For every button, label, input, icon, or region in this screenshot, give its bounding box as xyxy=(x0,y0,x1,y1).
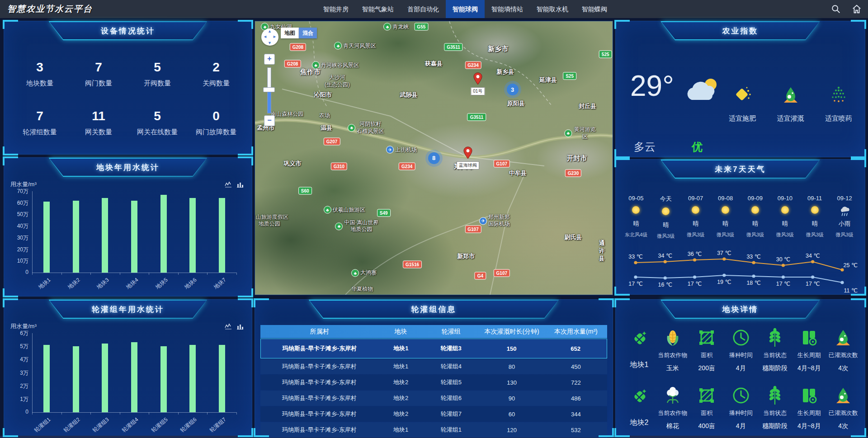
table-row[interactable]: 玛纳斯县-旱卡子滩乡-东岸村地块1轮灌组1120532 xyxy=(260,422,607,438)
temp-point xyxy=(782,275,785,278)
temp-point xyxy=(782,264,785,267)
table-row[interactable]: 玛纳斯县-旱卡子滩乡-东岸村地块2轮灌组5130722 xyxy=(260,375,607,390)
forecast-wind: 微风3级 xyxy=(830,231,859,238)
city-label: 新乡市 xyxy=(488,44,508,53)
map-label-text: 青龙峡 xyxy=(392,23,409,30)
cluster-marker[interactable]: 3 xyxy=(507,84,519,95)
nav-item-6[interactable]: 智能取水机 xyxy=(530,0,575,18)
road-red-label: G234 xyxy=(399,162,415,170)
sun-icon xyxy=(651,207,681,219)
stat-value: 5 xyxy=(128,109,187,123)
stat-label: 轮灌组数量 xyxy=(10,128,69,137)
table-row[interactable]: 玛纳斯县-旱卡子滩乡-东岸村地块1轮灌组3150652 xyxy=(260,339,607,358)
pin-marker[interactable]: 01号 xyxy=(473,72,482,87)
road-green-label: G3511 xyxy=(467,113,486,121)
zoom-out-button[interactable]: − xyxy=(264,115,275,126)
detail-value: 穗期阶段 xyxy=(758,364,793,372)
column-header: 本次灌溉时长(分钟) xyxy=(479,328,545,336)
bar-chart-toggle-icon[interactable] xyxy=(236,323,244,331)
scenic-spot-icon: ♣ xyxy=(564,130,572,137)
fertilizer-icon xyxy=(732,99,753,107)
map-type-hybrid-button[interactable]: 混合 xyxy=(299,28,317,38)
scenic-label: ♣伏羲山旅游区 xyxy=(324,206,365,214)
panel-title: 未来7天天气 xyxy=(660,160,820,179)
bar-地块3 xyxy=(102,198,108,273)
pan-right-icon[interactable]: ► xyxy=(273,34,277,39)
nav-item-5[interactable]: 智能墒情站 xyxy=(485,0,530,18)
scenic-spot-icon: ♣ xyxy=(383,23,391,31)
forecast-date: 09-09 xyxy=(741,195,770,202)
forecast-wind: 东北风4级 xyxy=(621,231,651,238)
table-row[interactable]: 玛纳斯县-旱卡子滩乡-东岸村地块2轮灌组690486 xyxy=(260,391,607,406)
pan-left-icon[interactable]: ◄ xyxy=(263,34,267,39)
bar-地块2 xyxy=(73,201,79,273)
agri-index-panel: 农业指数 29° 多云 优 适宜施肥适宜灌溉适宜喷药 xyxy=(615,21,865,157)
temp-label: 33 ℃ xyxy=(628,254,642,260)
table-cell: 地块2 xyxy=(378,378,424,386)
scenic-spot-icon: ♣ xyxy=(324,206,331,214)
stat-item: 7阀门数量 xyxy=(69,60,128,88)
x-axis-label: 轮灌组7 xyxy=(195,416,227,438)
y-axis-tick: 0 xyxy=(9,269,28,275)
detail-item-cycle: 生长周期4月~8月 xyxy=(792,385,826,438)
map-type-normal-button[interactable]: 地图 xyxy=(281,28,299,38)
home-icon[interactable] xyxy=(852,4,862,14)
pin-marker[interactable]: 蓝海球阀 xyxy=(463,146,472,161)
detail-label: 当前状态 xyxy=(758,351,793,359)
y-axis-tick: 10万 xyxy=(9,257,28,265)
scenic-spot-icon: ♣ xyxy=(351,269,359,277)
table-cell: 120 xyxy=(479,427,545,433)
spray-icon xyxy=(828,99,849,107)
town-label: 新郑市 xyxy=(457,253,475,260)
bar-chart-toggle-icon[interactable] xyxy=(236,181,244,189)
temp-point xyxy=(664,260,667,263)
road-red-label: G4 xyxy=(475,272,486,279)
stat-value: 5 xyxy=(128,60,187,75)
forecast-condition: 晴 xyxy=(681,220,711,228)
scenic-label: ♣中国·嵩山世界 地质公园 xyxy=(335,219,378,233)
map-label-text: 上街机场 xyxy=(395,146,417,154)
table-cell: 90 xyxy=(479,395,545,402)
temp-label: 16 ℃ xyxy=(658,282,672,288)
search-icon[interactable] xyxy=(831,4,841,14)
nav-item-1[interactable]: 智能井房 xyxy=(316,0,355,18)
line-chart-toggle-icon[interactable] xyxy=(225,323,232,331)
nav-item-2[interactable]: 智能气象站 xyxy=(355,0,401,18)
temp-point xyxy=(752,261,755,264)
nav-item-4[interactable]: 智能球阀 xyxy=(446,0,485,18)
line-chart-toggle-icon[interactable] xyxy=(225,181,232,189)
wheat-icon xyxy=(758,386,793,405)
detail-item-irrigated: 已灌溉次数4次 xyxy=(826,327,861,381)
pan-down-icon[interactable]: ▼ xyxy=(268,41,272,45)
table-cell: 玛纳斯县-旱卡子滩乡-东岸村 xyxy=(261,344,378,353)
x-axis-tick xyxy=(32,273,33,275)
forecast-condition: 小雨 xyxy=(830,220,859,228)
sun-icon xyxy=(681,206,711,218)
detail-value: 玉米 xyxy=(656,364,690,372)
agri-index-item: 适宜施肥 xyxy=(721,85,764,123)
sun-icon xyxy=(621,206,651,218)
plot-water-chart-panel: 地块年用水统计 用水量/m³010万20万30万40万50万60万70万地块1地… xyxy=(4,157,252,297)
map-label-text: 黄河游览区 xyxy=(573,126,596,140)
table-row[interactable]: 玛纳斯县-旱卡子滩乡-东岸村地块2轮灌组760344 xyxy=(260,406,607,422)
map-pan-control[interactable]: ▲ ▼ ◄ ► xyxy=(261,28,278,46)
sun-icon xyxy=(770,206,800,218)
nav-item-7[interactable]: 智能蝶阀 xyxy=(575,0,614,18)
nav-item-3[interactable]: 首部自动化 xyxy=(401,0,446,18)
y-axis-tick: 5万 xyxy=(9,343,28,350)
map-label-text: 大鸿寨 xyxy=(360,269,377,277)
road-green-label: S49 xyxy=(377,209,391,217)
agri-index-item: 适宜灌溉 xyxy=(769,85,812,123)
stat-value: 7 xyxy=(10,109,69,123)
cluster-marker[interactable]: 8 xyxy=(428,152,440,164)
y-axis-tick: 0 xyxy=(9,409,28,415)
irrigation-table: 所属村地块轮灌组本次灌溉时长(分钟)本次用水量(m³)玛纳斯县-旱卡子滩乡-东岸… xyxy=(260,325,607,430)
satellite-map[interactable]: ▲ ▼ ◄ ► + − 地图 混合 ♣九女仙湖♣青龙峡♣青天河风景区♣丹河峡谷风… xyxy=(255,21,613,295)
zoom-slider-thumb[interactable] xyxy=(263,87,275,92)
pan-up-icon[interactable]: ▲ xyxy=(268,29,272,33)
x-axis-tick xyxy=(178,412,179,414)
table-row[interactable]: 玛纳斯县-旱卡子滩乡-东岸村地块1轮灌组480450 xyxy=(260,359,607,374)
scenic-label: ♣河阴软籽 石榴风景区 xyxy=(348,121,384,135)
zoom-in-button[interactable]: + xyxy=(264,54,275,65)
temp-point xyxy=(840,268,844,271)
